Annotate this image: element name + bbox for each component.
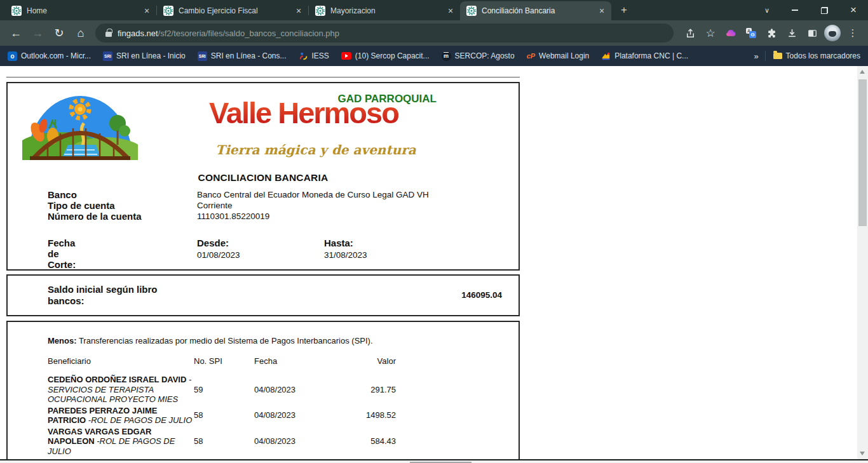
bookmark-sri-inicio[interactable]: SRI SRI en Línea - Inicio [103, 51, 186, 61]
menos-label: Menos: [48, 336, 77, 346]
bookmarks-divider [765, 51, 766, 61]
tipo-cuenta-value: Corriente [197, 200, 233, 211]
bookmark-sri-consultas[interactable]: SRI SRI en Línea - Cons... [198, 51, 287, 61]
bookmark-plataforma-cnc[interactable]: Plataforma CNC | C... [601, 51, 688, 61]
fingads-favicon-icon [163, 6, 173, 16]
tab-close-icon[interactable]: × [596, 5, 607, 17]
tab-close-icon[interactable]: × [141, 5, 153, 17]
close-window-button[interactable]: × [839, 0, 868, 20]
fingads-favicon-icon [315, 6, 325, 16]
account-fields: Banco Banco Central del Ecuador Moneda d… [48, 189, 429, 222]
folder-icon [773, 53, 782, 59]
browser-toolbar: ← → ↻ ⌂ fingads.net/sf2/tesoreria/files/… [0, 20, 868, 46]
tab-close-icon[interactable]: × [293, 5, 304, 17]
tab-home[interactable]: Home × [5, 1, 156, 20]
tab-search-chevron-icon[interactable]: ∨ [754, 0, 780, 20]
cnc-icon [601, 51, 611, 61]
fingads-favicon-icon [11, 6, 22, 16]
tab-title: Cambio Ejercicio Fiscal [179, 6, 293, 15]
home-button[interactable]: ⌂ [70, 22, 92, 44]
side-panel-button[interactable] [802, 23, 822, 43]
banco-label: Banco [48, 189, 197, 200]
tab-cambio-ejercicio-fiscal[interactable]: Cambio Ejercicio Fiscal × [157, 1, 308, 20]
vertical-scrollbar[interactable] [857, 66, 868, 459]
top-rule [6, 77, 520, 77]
numero-cuenta-label: Número de la cuenta [48, 211, 197, 222]
bookmark-sercop-agosto[interactable]: m SERCOP: Agosto [442, 51, 515, 61]
tab-close-icon[interactable]: × [445, 5, 456, 17]
banco-value: Banco Central del Ecuador Moneda de Curs… [197, 189, 429, 200]
extension-cloud-button[interactable] [721, 23, 741, 43]
brand-badge: GAD PARROQUIAL [337, 93, 437, 105]
profile-avatar [824, 25, 841, 41]
desde-label: Desde: [197, 238, 240, 248]
bookmark-webmail[interactable]: cP Webmail Login [527, 51, 590, 60]
scrollbar-thumb[interactable] [858, 79, 867, 226]
scroll-down-arrow-icon[interactable] [860, 452, 865, 455]
downloads-button[interactable] [782, 23, 802, 43]
chrome-menu-button[interactable]: ⋮ [843, 23, 863, 43]
bookmark-label: Plataforma CNC | C... [614, 51, 688, 60]
cpanel-icon: cP [527, 52, 535, 60]
side-panel-icon [807, 28, 818, 39]
reload-button[interactable]: ↻ [48, 22, 70, 44]
minimize-icon [792, 10, 798, 11]
bookmark-label: (10) Sercop Capacit... [355, 51, 430, 60]
window-controls: ∨ × [754, 0, 868, 20]
restore-icon [821, 7, 828, 14]
no-spi: 59 [194, 374, 254, 405]
tab-title: Home [27, 6, 141, 15]
url-text: fingads.net/sf2/tesoreria/files/saldo_ba… [118, 29, 339, 38]
web-page-content: Valle Hermoso GAD PARROQUIAL Tierra mági… [0, 66, 857, 459]
bookmark-label: Webmail Login [539, 51, 589, 60]
fingads-favicon-icon [466, 6, 477, 16]
spi-row: VARGAS VARGAS EDGAR NAPOLEON -ROL DE PAG… [48, 426, 396, 457]
url-path: /sf2/tesoreria/files/saldo_bancos_concil… [158, 29, 339, 38]
valle-hermoso-logo [22, 86, 138, 160]
spi-row: PAREDES PERRAZO JAIME PATRICIO -ROL DE P… [48, 405, 396, 426]
download-icon [787, 28, 797, 39]
sri-icon: SRI [198, 51, 207, 61]
new-tab-button[interactable]: + [615, 1, 633, 19]
hasta-value: 31/08/2023 [324, 250, 367, 260]
sri-icon: SRI [103, 51, 112, 61]
translate-extension-button[interactable]: A G [741, 23, 761, 43]
url-domain: fingads.net [118, 29, 158, 38]
saldo-inicial-box: Saldo inicial según libro bancos: 146095… [6, 274, 520, 316]
bookmarks-overflow-chevron[interactable]: » [754, 51, 758, 61]
brand-block: Valle Hermoso GAD PARROQUIAL Tierra mági… [195, 93, 437, 164]
address-bar[interactable]: fingads.net/sf2/tesoreria/files/saldo_ba… [95, 23, 674, 43]
bookmark-iess[interactable]: IESS [299, 51, 329, 61]
tab-conciliacion-bancaria[interactable]: Conciliación Bancaria × [460, 1, 611, 20]
all-bookmarks-button[interactable]: Todos los marcadores [773, 51, 860, 60]
bookmark-label: Outlook.com - Micr... [21, 51, 91, 60]
bookmark-label: SRI en Línea - Cons... [211, 51, 287, 60]
spi-table: Beneficiario No. SPI Fecha Valor CEDEÑO … [48, 356, 396, 459]
all-bookmarks-label: Todos los marcadores [786, 51, 860, 60]
extensions-button[interactable] [761, 23, 782, 43]
bookmark-label: SERCOP: Agosto [455, 51, 515, 60]
bookmark-star-button[interactable]: ☆ [700, 23, 721, 43]
minimize-button[interactable] [780, 0, 810, 20]
iess-icon [299, 51, 308, 61]
forward-button[interactable]: → [27, 22, 48, 44]
bookmark-outlook[interactable]: o Outlook.com - Micr... [8, 51, 91, 61]
translate-icon: A G [746, 28, 756, 38]
beneficiario: CEDEÑO ORDOÑEZ ISRAEL DAVID [48, 375, 186, 384]
fecha-corte-label: Fecha de Corte: [48, 238, 76, 270]
share-icon [685, 28, 696, 39]
bookmark-sercop-capacitacion[interactable]: (10) Sercop Capacit... [341, 51, 430, 60]
cloud-extension-icon [725, 27, 736, 39]
windows-taskbar-edge [0, 459, 868, 463]
share-button[interactable] [680, 23, 700, 43]
detalle: -ROL DE PAGOS DE JULIO [86, 415, 192, 425]
menos-text: Transferencias realizadas por medio del … [77, 336, 373, 346]
back-button[interactable]: ← [5, 22, 27, 44]
restore-button[interactable] [810, 0, 839, 20]
tab-mayorizacion[interactable]: Mayorizacion × [309, 1, 460, 20]
spi-transfers-box: Menos: Transferencias realizadas por med… [6, 321, 520, 459]
lock-icon[interactable] [105, 32, 112, 37]
scroll-up-arrow-icon[interactable] [860, 70, 865, 74]
valor: 1498.52 [324, 405, 396, 426]
profile-button[interactable] [822, 23, 843, 43]
